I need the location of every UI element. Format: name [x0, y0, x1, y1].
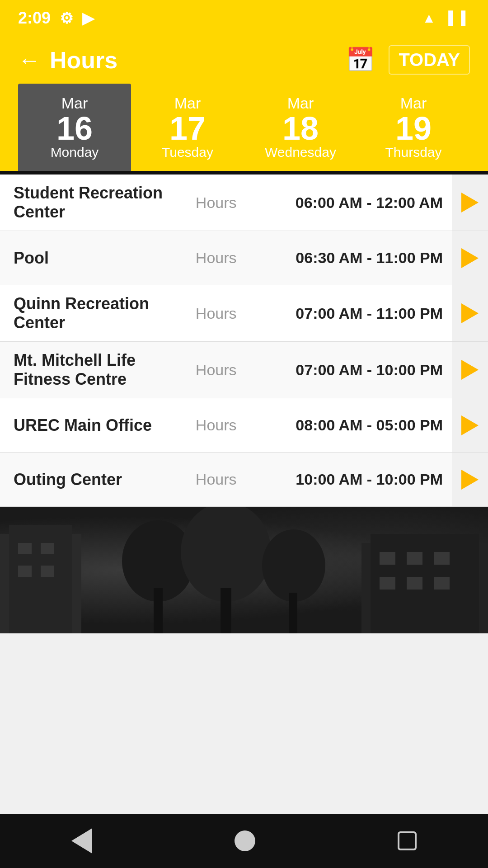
svg-rect-7 — [154, 588, 163, 633]
date-selector: Mar 16 Monday Mar 17 Tuesday Mar 18 Wedn… — [18, 84, 470, 171]
svg-rect-16 — [434, 552, 450, 565]
nav-home-button[interactable] — [235, 830, 255, 851]
facility-label-4: Hours — [178, 416, 254, 434]
shield-icon: ▶ — [82, 9, 94, 27]
facility-arrow-4 — [452, 398, 488, 452]
svg-point-8 — [181, 507, 271, 602]
facility-quinn[interactable]: Quinn Recreation Center Hours 07:00 AM -… — [0, 285, 488, 342]
signal-icon: ▐ — [444, 11, 453, 25]
facility-time-1: 06:30 AM - 11:00 PM — [254, 249, 452, 267]
nav-back-icon — [71, 828, 92, 854]
facility-label-1: Hours — [178, 249, 254, 267]
facility-mitchell[interactable]: Mt. Mitchell Life Fitness Centre Hours 0… — [0, 342, 488, 398]
nav-home-icon — [235, 830, 255, 851]
facility-label-2: Hours — [178, 305, 254, 322]
nav-recents-button[interactable] — [398, 831, 417, 850]
date-num-2: 18 — [282, 112, 319, 145]
date-day-3: Thursday — [385, 145, 441, 160]
calendar-icon[interactable]: 📅 — [346, 46, 375, 74]
facility-outing[interactable]: Outing Center Hours 10:00 AM - 10:00 PM — [0, 453, 488, 507]
date-item-2[interactable]: Mar 18 Wednesday — [244, 84, 357, 171]
facility-time-3: 07:00 AM - 10:00 PM — [254, 361, 452, 379]
app-header: ← Hours 📅 TODAY Mar 16 Monday Mar 17 Tue… — [0, 36, 488, 171]
date-item-1[interactable]: Mar 17 Tuesday — [131, 84, 244, 171]
status-time: 2:09 — [18, 9, 51, 28]
separator — [0, 171, 488, 175]
facility-time-5: 10:00 AM - 10:00 PM — [254, 471, 452, 488]
wifi-icon: ▲ — [422, 10, 436, 26]
nav-bar — [0, 814, 488, 868]
date-month-2: Mar — [287, 94, 314, 112]
facility-time-4: 08:00 AM - 05:00 PM — [254, 416, 452, 434]
status-bar: 2:09 ⚙ ▶ ▲ ▐ ▌ — [0, 0, 488, 36]
date-day-1: Tuesday — [162, 145, 213, 160]
svg-rect-18 — [407, 577, 422, 590]
svg-rect-3 — [41, 543, 54, 554]
date-month-3: Mar — [400, 94, 427, 112]
facility-name-5: Outing Center — [0, 461, 178, 498]
settings-icon: ⚙ — [60, 9, 73, 27]
facility-pool[interactable]: Pool Hours 06:30 AM - 11:00 PM — [0, 231, 488, 285]
facility-arrow-5 — [452, 453, 488, 506]
battery-icon: ▌ — [461, 11, 470, 25]
svg-rect-5 — [41, 566, 54, 577]
facility-label-5: Hours — [178, 471, 254, 488]
facility-arrow-2 — [452, 285, 488, 341]
svg-rect-11 — [289, 593, 297, 633]
facility-name-4: UREC Main Office — [0, 407, 178, 444]
page-title: Hours — [50, 47, 117, 74]
nav-recents-icon — [398, 831, 417, 850]
facility-name-3: Mt. Mitchell Life Fitness Centre — [0, 342, 178, 398]
facility-label-3: Hours — [178, 361, 254, 379]
date-num-3: 19 — [395, 112, 432, 145]
facility-name-1: Pool — [0, 240, 178, 277]
date-item-0[interactable]: Mar 16 Monday — [18, 84, 131, 171]
svg-rect-1 — [9, 525, 72, 633]
back-button[interactable]: ← — [18, 47, 41, 73]
svg-rect-14 — [380, 552, 395, 565]
date-month-1: Mar — [174, 94, 201, 112]
date-day-0: Monday — [51, 145, 99, 160]
facility-arrow-1 — [452, 231, 488, 285]
svg-rect-15 — [407, 552, 422, 565]
date-day-2: Wednesday — [265, 145, 336, 160]
nav-back-button[interactable] — [71, 828, 92, 854]
date-num-0: 16 — [56, 112, 93, 145]
svg-rect-9 — [221, 588, 231, 633]
svg-point-10 — [262, 529, 325, 602]
svg-rect-17 — [380, 577, 395, 590]
date-month-0: Mar — [61, 94, 88, 112]
svg-rect-4 — [18, 566, 32, 577]
facility-name-0: Student Recreation Center — [0, 175, 178, 231]
facility-arrow-3 — [452, 342, 488, 398]
bottom-image — [0, 507, 488, 633]
svg-rect-19 — [434, 577, 450, 590]
facility-arrow-0 — [452, 175, 488, 231]
svg-rect-2 — [18, 543, 32, 554]
facility-label-0: Hours — [178, 194, 254, 212]
facility-student-rec[interactable]: Student Recreation Center Hours 06:00 AM… — [0, 175, 488, 231]
facility-time-0: 06:00 AM - 12:00 AM — [254, 194, 452, 212]
facility-name-2: Quinn Recreation Center — [0, 285, 178, 341]
today-button[interactable]: TODAY — [389, 45, 470, 75]
date-item-3[interactable]: Mar 19 Thursday — [357, 84, 470, 171]
date-num-1: 17 — [169, 112, 206, 145]
facility-urec[interactable]: UREC Main Office Hours 08:00 AM - 05:00 … — [0, 398, 488, 453]
facility-time-2: 07:00 AM - 11:00 PM — [254, 305, 452, 322]
facilities-list: Student Recreation Center Hours 06:00 AM… — [0, 175, 488, 507]
